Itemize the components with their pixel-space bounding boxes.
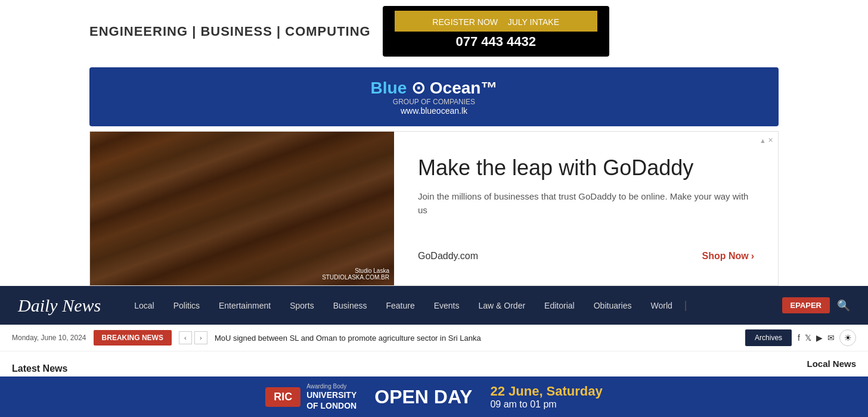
register-label: REGISTER NOW JULY INTAKE <box>395 11 597 32</box>
social-icons: f 𝕏 ▶ ✉ ☀ <box>798 329 856 346</box>
latest-news-label: Latest News <box>12 359 67 379</box>
site-logo[interactable]: Daily News <box>18 295 101 316</box>
nav-local[interactable]: Local <box>125 286 163 325</box>
nav-links: Local Politics Entertainment Sports Busi… <box>125 286 782 325</box>
local-news-label: Local News <box>807 359 856 369</box>
breaking-news-badge: BREAKING NEWS <box>94 330 172 346</box>
blue-ocean-ad[interactable]: Blue ⊙ Ocean™ GROUP OF COMPANIES www.blu… <box>89 67 779 126</box>
nav-entertainment[interactable]: Entertainment <box>209 286 280 325</box>
godaddy-description: Join the millions of businesses that tru… <box>418 190 754 217</box>
breaking-prev-button[interactable]: ‹ <box>179 331 192 344</box>
nav-editorial[interactable]: Editorial <box>535 286 584 325</box>
twitter-icon[interactable]: 𝕏 <box>805 333 811 343</box>
breaking-news-bar: Monday, June 10, 2024 BREAKING NEWS ‹ › … <box>0 325 868 351</box>
breaking-next-button[interactable]: › <box>194 331 207 344</box>
godaddy-shop-now[interactable]: Shop Now › <box>702 251 754 262</box>
register-phone: 077 443 4432 <box>395 32 597 52</box>
godaddy-image: Studio Laska STUDIOLASKA.COM.BR <box>90 132 394 285</box>
breaking-news-right: Archives f 𝕏 ▶ ✉ ☀ <box>745 329 856 346</box>
youtube-icon[interactable]: ▶ <box>816 333 823 343</box>
godaddy-ad[interactable]: Studio Laska STUDIOLASKA.COM.BR Make the… <box>89 131 779 286</box>
engineering-ad-text: ENGINEERING | BUSINESS | COMPUTING <box>89 24 371 39</box>
nav-sports[interactable]: Sports <box>280 286 323 325</box>
nav-law-order[interactable]: Law & Order <box>469 286 535 325</box>
blue-ocean-url: www.blueocean.lk <box>371 106 498 116</box>
godaddy-url: GoDaddy.com <box>418 251 478 262</box>
epaper-button[interactable]: EPAPER <box>782 297 830 313</box>
date-display: Monday, June 10, 2024 <box>12 334 86 342</box>
email-icon[interactable]: ✉ <box>827 333 835 343</box>
top-ads-section: ENGINEERING | BUSINESS | COMPUTING REGIS… <box>0 0 868 63</box>
nav-politics[interactable]: Politics <box>164 286 209 325</box>
breaking-news-arrows: ‹ › <box>179 331 207 344</box>
latest-news-section: Latest News <box>12 359 67 379</box>
godaddy-content: Make the leap with GoDaddy Join the mill… <box>394 132 778 285</box>
nav-world[interactable]: World <box>641 286 682 325</box>
godaddy-bottom: GoDaddy.com Shop Now › <box>418 251 754 262</box>
navbar: Daily News Local Politics Entertainment … <box>0 286 868 325</box>
bottom-ad-banner[interactable]: RIC Awarding Body UNIVERSITYOF LONDON OP… <box>0 376 868 379</box>
content-area: Latest News Local News <box>0 351 868 379</box>
theme-toggle-button[interactable]: ☀ <box>839 329 856 346</box>
search-icon[interactable]: 🔍 <box>837 299 850 312</box>
nav-business[interactable]: Business <box>324 286 377 325</box>
godaddy-title: Make the leap with GoDaddy <box>418 155 754 181</box>
register-now-ad[interactable]: REGISTER NOW JULY INTAKE 077 443 4432 <box>383 6 609 57</box>
breaking-news-text: MoU signed between SL and Oman to promot… <box>215 334 738 343</box>
local-news-section: Local News <box>795 359 856 379</box>
nav-obituaries[interactable]: Obituaries <box>584 286 641 325</box>
godaddy-image-caption: Studio Laska STUDIOLASKA.COM.BR <box>322 267 389 281</box>
archives-button[interactable]: Archives <box>745 329 792 346</box>
nav-feature[interactable]: Feature <box>376 286 424 325</box>
facebook-icon[interactable]: f <box>798 333 800 343</box>
nav-divider: | <box>682 299 690 312</box>
blue-ocean-name: Blue ⊙ Ocean™ <box>371 78 498 98</box>
ad-close-indicator: ▲✕ <box>760 136 773 144</box>
nav-events[interactable]: Events <box>424 286 469 325</box>
blue-ocean-subtitle: GROUP OF COMPANIES <box>371 98 498 106</box>
